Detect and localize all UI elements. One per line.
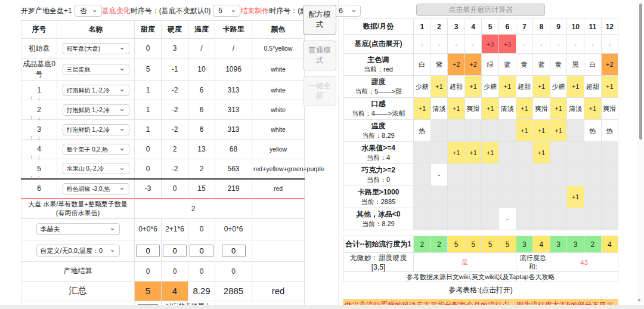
month-data-row: 口感当前：4——>浓郁+1清淡+1爽滑+1清淡+1爽滑+1清淡+1爽滑 xyxy=(343,98,618,120)
month-cell xyxy=(448,164,465,186)
ingredient-value: 2 xyxy=(162,140,188,159)
month-header-cell: 10 xyxy=(567,19,584,35)
ingredient-value: / xyxy=(188,39,215,58)
ingredient-select[interactable]: 打泡鲜奶 1,-2,冷 xyxy=(63,124,129,135)
ingredient-value: red xyxy=(252,179,305,199)
month-cell: - xyxy=(448,35,465,54)
ingredient-select-cell: 打泡鲜奶 1,-2,冷 xyxy=(57,81,135,100)
ingredient-select-cell: 水果山 0,-2,冷 xyxy=(57,159,135,179)
month-cell xyxy=(516,186,533,208)
horizontal-scrollbar-track xyxy=(0,305,644,309)
scroll-down-icon[interactable]: ▼ xyxy=(637,298,642,303)
kairo-origin-select[interactable]: 否 xyxy=(75,5,102,17)
ingredient-select[interactable]: 三层蛋糕 xyxy=(63,64,129,75)
ingredient-value: -1 xyxy=(162,58,188,81)
month-cell xyxy=(465,186,482,208)
month-header-cell: 3 xyxy=(448,19,465,35)
fullscreen-button[interactable]: 一键全屏 xyxy=(303,76,336,106)
month-cell: 4 xyxy=(601,236,618,253)
month-cell xyxy=(431,142,448,164)
ingredient-value: 6 xyxy=(188,120,215,140)
month-cell: +1 xyxy=(414,98,431,120)
month-cell xyxy=(567,208,584,230)
month-cell xyxy=(533,208,550,230)
normal-mode-button[interactable]: 普通模式 xyxy=(303,41,336,70)
custom-cal-input[interactable] xyxy=(222,245,246,257)
move-row-arrows[interactable]: ↑ ↓ xyxy=(30,134,42,141)
month-cell: +1 xyxy=(499,76,516,98)
month-cell: +1 xyxy=(516,120,533,142)
col-temp: 温度 xyxy=(188,21,215,39)
month-cell: - xyxy=(499,208,516,230)
staff-select[interactable]: 李赫夫 xyxy=(36,223,120,235)
custom-temp-cell xyxy=(188,240,215,261)
month-cell: +1 xyxy=(567,186,584,208)
row-label[interactable]: 基底(点击展开) xyxy=(343,35,414,54)
month-cell: +1 xyxy=(448,98,465,120)
ingredient-row: ↑ ↓4整个栗子 0,2,热021368yellow xyxy=(21,140,305,159)
ingredient-value: yellow xyxy=(252,140,305,159)
month-data-row: 基底(点击展开)----+3+3------ xyxy=(343,35,618,54)
month-header-row: 数据/月份 123456789101112 xyxy=(343,19,618,35)
origin-empty xyxy=(252,261,305,281)
month-cell xyxy=(414,142,431,164)
month-cell xyxy=(482,186,499,208)
custom-sweet-input[interactable] xyxy=(136,245,160,257)
move-row-arrows[interactable]: ↑ ↓ xyxy=(30,174,42,181)
month-cell: 蓝 xyxy=(533,54,550,76)
month-cell: +1 xyxy=(482,142,499,164)
ingredient-select[interactable]: 打泡鲜奶 1,-2,冷 xyxy=(63,85,129,96)
ingredient-select[interactable]: 冠军盘(大盘) xyxy=(63,43,129,54)
ingredient-value: 5 xyxy=(135,58,162,81)
move-row-arrows[interactable]: ↑ ↓ xyxy=(30,154,42,160)
vertical-scrollbar[interactable] xyxy=(637,0,644,305)
month-cell xyxy=(567,120,584,142)
move-row-arrows[interactable]: ↑ ↓ xyxy=(30,95,42,101)
month-cell: 黄 xyxy=(550,54,567,76)
ingredient-select[interactable]: 粉色胡椒 -3,0,热 xyxy=(63,183,129,194)
month-cell xyxy=(482,164,499,186)
ingredient-value: 2 xyxy=(188,159,215,179)
month-cell: 清淡 xyxy=(499,98,516,120)
ingredient-select[interactable]: 水果山 0,-2,冷 xyxy=(63,163,129,174)
col-seq: 序号 xyxy=(21,21,57,39)
month-cell xyxy=(550,208,567,230)
month-cell xyxy=(533,186,550,208)
recipe-mode-button[interactable]: 配方模式 xyxy=(303,5,336,35)
reference-table-link[interactable]: 参考表格:(点击打开) xyxy=(343,285,618,295)
ingredient-value: white xyxy=(252,81,305,100)
custom-empty xyxy=(252,240,305,261)
month-cell: 5 xyxy=(448,236,465,253)
ingredient-row: ↑ ↓5水果山 0,-2,冷0-22563red+yellow+green+pu… xyxy=(21,159,305,179)
month-cell xyxy=(414,164,431,186)
ingredient-select[interactable]: 打泡鲜奶 1,-2,冷 xyxy=(63,104,129,116)
month-header-cell: 5 xyxy=(482,19,499,35)
subtle-label: 无微妙：甜度硬度[3,5] xyxy=(343,253,414,272)
ingredient-value: red+yellow+green+purple xyxy=(252,159,305,179)
move-row-arrows[interactable]: ↑ ↓ xyxy=(30,115,42,121)
ingredient-select[interactable]: 整个栗子 0,2,热 xyxy=(63,144,129,155)
col-color: 颜色 xyxy=(252,21,305,39)
month-cell xyxy=(584,208,601,230)
custom-select[interactable]: 自定义/无0,0,温度：0 xyxy=(36,245,120,257)
ingredient-value: 313 xyxy=(215,81,252,100)
custom-hard-input[interactable] xyxy=(163,245,187,257)
scrollbar-thumb[interactable] xyxy=(639,4,642,140)
popularity-sum-label: 流行度总和: xyxy=(516,253,550,272)
ingredient-value: 1096 xyxy=(215,58,252,81)
month-cell: 3 xyxy=(567,236,584,253)
month-cell: 爽滑 xyxy=(601,98,618,120)
month-cell xyxy=(567,164,584,186)
kairo-origin-label: 开罗产地全盘+1 xyxy=(21,6,72,16)
month-cell xyxy=(482,120,499,142)
ingredient-row: 成品基底0号三层蛋糕5-1101096white xyxy=(21,58,305,81)
expand-calculator-button[interactable]: 点击展开遍历计算器 xyxy=(416,4,545,16)
month-cell: 少糖 xyxy=(550,76,567,98)
month-cell: 绿 xyxy=(482,54,499,76)
custom-temp-input[interactable] xyxy=(190,245,213,257)
base-change-select[interactable]: 5 xyxy=(213,5,240,17)
ingredient-value: 0 xyxy=(135,140,162,159)
month-header-cell: 6 xyxy=(499,19,516,35)
month-cell: 4 xyxy=(533,236,550,253)
month-cell: +1 xyxy=(533,120,550,142)
